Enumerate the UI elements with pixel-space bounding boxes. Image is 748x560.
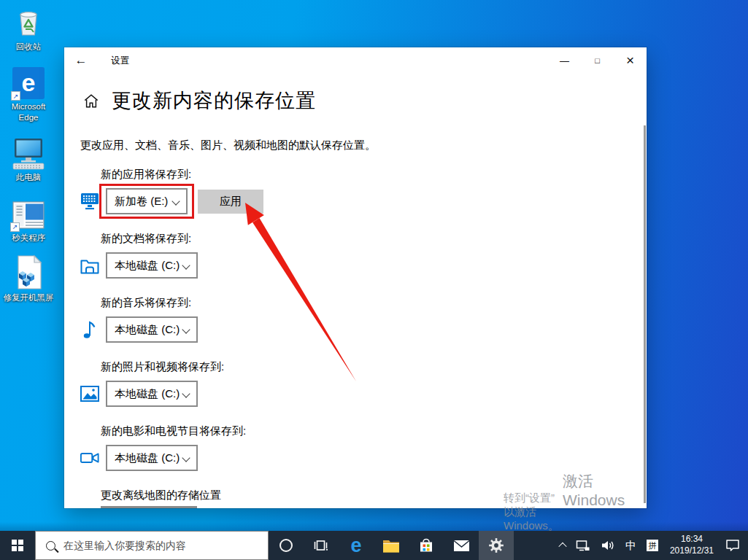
chevron-up-icon [558,542,566,551]
home-icon [83,93,99,109]
minimize-button[interactable]: — [548,47,581,74]
dropdown-value: 本地磁盘 (C:) [115,323,180,337]
desktop-icon-microsoft-edge[interactable]: e ↗ Microsoft Edge [1,64,55,122]
search-input[interactable] [63,540,261,551]
maximize-button[interactable]: □ [581,47,614,74]
desktop-icon-label: 修复开机黑屏 [4,292,54,303]
page-title: 更改新内容的保存位置 [112,88,316,114]
clock-date: 2019/12/31 [670,545,714,557]
show-hidden-icons-button[interactable] [555,531,571,560]
music-note-icon [80,320,99,339]
photos-save-location-dropdown[interactable]: 本地磁盘 (C:) [106,381,198,407]
section-apps: 新的应用将保存到: 新加卷 (E:) [80,168,625,214]
dropdown-value: 本地磁盘 (C:) [115,451,180,465]
desktop-icon-label: 秒关程序 [12,233,45,243]
clock-time: 16:34 [681,534,703,545]
cortana-button[interactable] [269,531,304,560]
window-titlebar: ← 设置 — □ × [64,47,647,74]
section-documents: 新的文档将保存到: 本地磁盘 (C:) [80,232,625,279]
network-icon [576,540,590,552]
section-label: 新的音乐将保存到: [101,296,625,311]
maximize-icon: □ [595,56,600,65]
section-photos: 新的照片和视频将保存到: 本地磁盘 (C:) [80,360,625,407]
volume-tray-button[interactable] [595,531,620,560]
documents-save-location-dropdown[interactable]: 本地磁盘 (C:) [106,252,198,279]
clipped-dropdown-edge [101,506,197,508]
desktop-icon-label: 回收站 [16,42,42,52]
program-window-icon: ↗ [12,195,45,230]
task-view-button[interactable] [304,531,339,560]
network-tray-button[interactable] [571,531,595,560]
chevron-down-icon [182,454,190,462]
microsoft-edge-icon: e ↗ [12,64,45,99]
chevron-down-icon [182,261,190,269]
recycle-bin-icon [12,4,45,39]
ime-language-indicator[interactable]: 中 [620,531,641,560]
mail-button[interactable] [444,531,479,560]
close-button[interactable]: × [614,47,647,74]
desktop-icon-label: 此电脑 [16,172,42,182]
section-label: 新的文档将保存到: [101,232,625,246]
settings-taskbar-button[interactable] [479,531,514,560]
edge-taskbar-button[interactable]: e [339,531,374,560]
action-center-icon [725,539,740,552]
registry-file-icon [14,255,43,290]
offline-maps-heading: 更改离线地图的存储位置 [101,489,625,503]
desktop-icon-fix-black-screen[interactable]: 修复开机黑屏 [1,255,55,303]
task-view-icon [314,539,328,552]
ime-mode-button[interactable]: 拼 [641,531,663,560]
dropdown-value: 本地磁盘 (C:) [115,387,180,401]
page-subtitle: 更改应用、文档、音乐、图片、视频和地图的默认保存位置。 [80,139,376,152]
file-explorer-button[interactable] [374,531,409,560]
documents-folder-icon [80,257,99,274]
desktop: 回收站 e ↗ Microsoft Edge [0,0,748,560]
ime-mode-indicator: 拼 [647,540,658,551]
video-camera-icon [80,451,99,465]
taskbar: e [0,531,748,560]
desktop-icon-this-pc[interactable]: 此电脑 [1,135,55,182]
movies-save-location-dropdown[interactable]: 本地磁盘 (C:) [106,445,198,471]
taskbar-search-box[interactable] [35,531,269,560]
dropdown-value: 本地磁盘 (C:) [115,259,180,273]
chevron-down-icon [171,197,180,205]
section-label: 新的应用将保存到: [101,168,625,182]
settings-window: ← 设置 — □ × 更改新内容的保存位置 更改应用、文档、音乐、图片、视频和地… [64,47,647,508]
section-music: 新的音乐将保存到: 本地磁盘 (C:) [80,296,625,343]
back-button[interactable]: ← [64,47,98,74]
microsoft-store-button[interactable] [409,531,444,560]
desktop-icon-quick-close-program[interactable]: ↗ 秒关程序 [1,195,55,243]
taskbar-clock[interactable]: 16:34 2019/12/31 [663,531,720,560]
search-icon [46,541,55,551]
chevron-down-icon [182,389,190,397]
apps-save-location-dropdown[interactable]: 新加卷 (E:) [106,188,188,214]
apply-button[interactable]: 应用 [198,190,263,214]
microsoft-store-icon [418,537,434,553]
action-center-button[interactable] [720,531,745,560]
photos-icon [80,386,99,402]
back-arrow-icon: ← [75,53,88,68]
close-icon: × [626,52,634,69]
shortcut-arrow-icon: ↗ [11,91,20,101]
desktop-icon-label: Microsoft Edge [1,101,55,122]
desktop-icon-recycle-bin[interactable]: 回收站 [1,4,55,52]
file-explorer-icon [382,539,400,553]
minimize-icon: — [560,55,569,66]
settings-body: 新的应用将保存到: 新加卷 (E:) [80,168,625,508]
this-pc-icon [12,135,45,170]
window-scrollbar[interactable] [644,125,646,503]
section-label: 新的电影和电视节目将保存到: [101,424,625,439]
music-save-location-dropdown[interactable]: 本地磁盘 (C:) [106,316,198,343]
dropdown-value: 新加卷 (E:) [115,195,168,209]
cortana-icon [279,539,293,552]
section-movies: 新的电影和电视节目将保存到: 本地磁盘 (C:) [80,424,625,471]
volume-icon [601,540,615,551]
system-tray: 中 拼 16:34 2019/12/31 [555,531,748,560]
windows-logo-icon [12,540,23,551]
start-button[interactable] [0,531,35,560]
window-title: 设置 [111,55,129,67]
shortcut-arrow-icon: ↗ [10,222,20,232]
edge-icon: e [350,536,361,556]
gear-icon [488,537,504,553]
mail-icon [453,540,470,552]
apps-icon [80,192,99,210]
